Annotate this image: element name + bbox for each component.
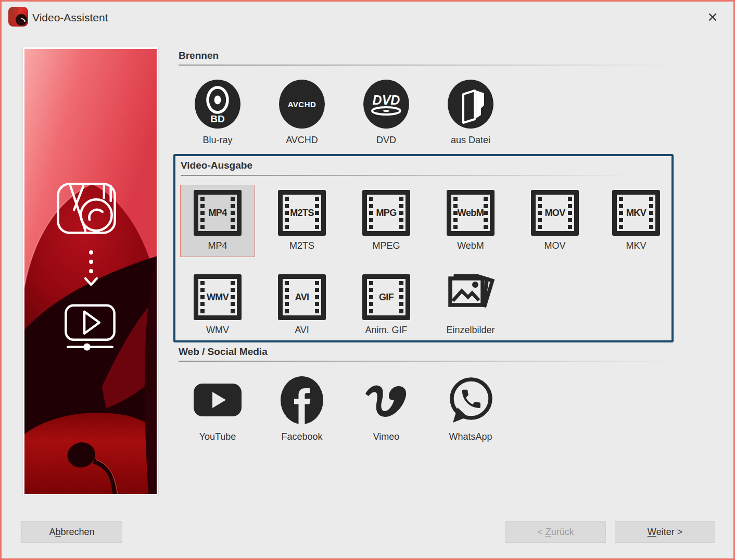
from-file-icon — [448, 80, 493, 129]
format-tile-m2ts[interactable]: M2TS M2TS — [264, 185, 339, 257]
dvd-disc-icon: DVD — [363, 80, 409, 129]
svg-text:AVCHD: AVCHD — [288, 100, 316, 109]
format-label: M2TS — [289, 240, 314, 251]
burn-option-bluray[interactable]: BD Blu-ray — [180, 80, 255, 146]
film-strip-icon: WebM — [447, 190, 495, 236]
format-tile-wmv[interactable]: WMV WMV — [180, 269, 255, 341]
format-label: MP4 — [208, 240, 227, 251]
format-tile-mp4[interactable]: MP4 MP4 — [180, 185, 255, 257]
option-label: WhatsApp — [449, 431, 492, 442]
section-rule — [179, 65, 716, 66]
film-strip-icon: MKV — [612, 190, 660, 236]
format-label: MKV — [626, 240, 646, 251]
image-stack-icon — [447, 274, 495, 320]
format-label: Anim. GIF — [365, 325, 407, 336]
film-strip-icon: AVI — [278, 274, 326, 320]
social-option-whatsapp[interactable]: WhatsApp — [433, 375, 508, 442]
format-label: Einzelbilder — [446, 325, 495, 336]
avchd-disc-icon: AVCHD — [279, 80, 325, 129]
section-title-video-ausgabe: Video-Ausgabe — [181, 160, 252, 171]
option-label: aus Datei — [451, 135, 490, 146]
video-assistant-dialog: Video-Assistent ✕ — [0, 0, 735, 560]
burn-option-dvd[interactable]: DVD DVD — [349, 80, 424, 146]
back-button[interactable]: < Zurück — [505, 521, 606, 543]
format-tile-mov[interactable]: MOV MOV — [517, 185, 592, 257]
film-strip-icon: M2TS — [278, 190, 326, 236]
close-button[interactable]: ✕ — [703, 8, 722, 27]
format-tile-anim-gif[interactable]: GIF Anim. GIF — [349, 269, 424, 341]
social-option-facebook[interactable]: Facebook — [264, 375, 339, 442]
option-label: Vimeo — [373, 431, 400, 442]
video-output-frame: Video-Ausgabe MP4 MP4 M2TS M2TS MPG MPEG… — [173, 154, 674, 342]
app-logo-icon — [8, 7, 28, 27]
next-button[interactable]: Weiter > — [615, 521, 715, 543]
format-tile-avi[interactable]: AVI AVI — [264, 269, 339, 341]
youtube-icon — [193, 375, 243, 425]
close-icon: ✕ — [707, 10, 718, 25]
section-title-brennen: Brennen — [179, 50, 219, 61]
flower-photo — [24, 49, 157, 494]
whatsapp-icon — [446, 375, 496, 425]
window-title: Video-Assistent — [32, 2, 108, 35]
option-label: YouTube — [199, 431, 236, 442]
format-tile-webm[interactable]: WebM WebM — [433, 185, 508, 257]
format-label: MPEG — [372, 240, 400, 251]
burn-option-from-file[interactable]: aus Datei — [433, 80, 508, 146]
burn-option-avchd[interactable]: AVCHD AVCHD — [264, 80, 339, 146]
social-option-youtube[interactable]: YouTube — [180, 375, 255, 442]
format-label: WebM — [457, 240, 484, 251]
svg-text:DVD: DVD — [373, 93, 400, 107]
format-tile-mkv[interactable]: MKV MKV — [601, 185, 671, 257]
titlebar: Video-Assistent ✕ — [2, 2, 733, 35]
preview-panel — [22, 47, 159, 496]
format-tile-einzelbilder[interactable]: Einzelbilder — [433, 269, 508, 341]
format-label: MOV — [544, 240, 565, 251]
option-label: Facebook — [281, 431, 322, 442]
format-label: AVI — [295, 325, 309, 336]
section-rule — [181, 175, 670, 176]
social-option-vimeo[interactable]: Vimeo — [349, 375, 424, 442]
svg-text:BD: BD — [210, 113, 224, 124]
facebook-icon — [277, 375, 327, 425]
section-rule — [179, 361, 716, 362]
format-tile-mpeg[interactable]: MPG MPEG — [349, 185, 424, 257]
option-label: DVD — [376, 135, 396, 146]
section-title-web-social: Web / Social Media — [179, 346, 268, 358]
format-label: WMV — [206, 325, 229, 336]
option-label: AVCHD — [286, 135, 318, 146]
film-strip-icon: MPG — [362, 190, 410, 236]
vimeo-icon — [361, 375, 411, 425]
option-label: Blu-ray — [202, 135, 232, 146]
cancel-button[interactable]: Abbrechen — [21, 521, 122, 543]
bluray-disc-icon: BD — [195, 80, 240, 129]
film-strip-icon: MP4 — [194, 190, 242, 236]
film-strip-icon: MOV — [531, 190, 579, 236]
film-strip-icon: WMV — [194, 274, 242, 320]
film-strip-icon: GIF — [362, 274, 410, 320]
